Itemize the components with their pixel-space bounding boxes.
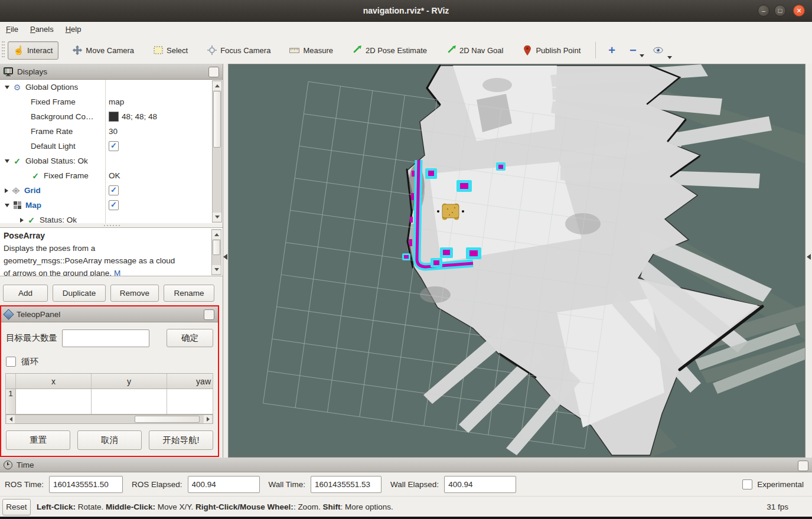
tool-focus-camera[interactable]: Focus Camera — [201, 42, 276, 59]
teleop-panel-header[interactable]: TeleopPanel — [1, 306, 218, 322]
confirm-button[interactable]: 确定 — [167, 329, 213, 347]
collapse-icon[interactable] — [5, 204, 9, 207]
scroll-down-button[interactable] — [212, 265, 221, 274]
expand-icon[interactable] — [20, 218, 24, 223]
zoom-in-button[interactable]: + — [603, 42, 621, 58]
wall-time-value[interactable] — [311, 476, 381, 493]
scroll-up-button[interactable] — [213, 81, 221, 90]
toolbar: ☝ Interact Move Camera Select Focus Came… — [0, 37, 812, 64]
scrollbar-thumb[interactable] — [135, 416, 200, 423]
time-reset-button[interactable]: Reset — [2, 499, 31, 515]
splitter-collapse-right-icon[interactable] — [807, 254, 811, 260]
tree-row-default-light[interactable]: Default Light — [0, 139, 223, 154]
tree-row-frame-rate[interactable]: Frame Rate 30 — [0, 124, 223, 139]
scroll-right-button[interactable] — [204, 415, 212, 423]
scrollbar-thumb[interactable] — [213, 240, 220, 255]
toolbar-drag-handle[interactable] — [2, 41, 5, 59]
scroll-up-button[interactable] — [212, 230, 221, 239]
wall-elapsed-value[interactable] — [444, 476, 516, 493]
start-navigation-button[interactable]: 开始导航! — [149, 430, 213, 450]
tree-row-fixed-frame-status[interactable]: ✓Fixed Frame OK — [0, 168, 223, 183]
tool-interact[interactable]: ☝ Interact — [8, 41, 58, 60]
tree-row-map[interactable]: Map — [0, 198, 223, 213]
teleop-panel-title: TeleopPanel — [17, 310, 60, 319]
displays-panel-header[interactable]: Displays — [0, 64, 223, 80]
tree-row-background-color[interactable]: Background Co… 48; 48; 48 — [0, 109, 223, 124]
float-button[interactable] — [798, 461, 808, 471]
teleop-reset-button[interactable]: 重置 — [6, 430, 70, 450]
cell-y[interactable] — [92, 389, 167, 414]
chevron-down-icon[interactable] — [640, 54, 644, 57]
rename-button[interactable]: Rename — [164, 285, 214, 302]
tool-move-camera[interactable]: Move Camera — [67, 42, 139, 59]
maximize-button[interactable]: □ — [774, 5, 786, 17]
time-panel-header[interactable]: Time — [0, 458, 812, 472]
tool-2d-nav-goal[interactable]: 2D Nav Goal — [441, 42, 508, 59]
checkbox-checked[interactable] — [109, 141, 119, 151]
arrow-down-icon — [214, 268, 219, 271]
tool-publish-point[interactable]: Publish Point — [517, 42, 586, 59]
display-list-buttons: Add Duplicate Remove Rename — [0, 281, 223, 305]
displays-panel-title: Displays — [17, 67, 47, 76]
ros-elapsed-value[interactable] — [188, 476, 260, 493]
zoom-out-button[interactable]: − — [624, 42, 642, 58]
tree-scrollbar[interactable] — [212, 80, 222, 223]
scrollbar-thumb[interactable] — [213, 91, 221, 148]
tool-measure[interactable]: Measure — [284, 42, 338, 59]
remove-button[interactable]: Remove — [110, 285, 159, 302]
displays-tree[interactable]: ⚙Global Options Fixed Frame map Backgrou… — [0, 80, 223, 223]
checkbox-checked[interactable] — [109, 185, 119, 195]
collapse-icon[interactable] — [5, 159, 9, 163]
table-row[interactable]: 1 — [6, 389, 213, 414]
minimize-button[interactable]: – — [758, 5, 769, 17]
table-horizontal-scrollbar[interactable] — [5, 414, 213, 424]
ros-time-value[interactable] — [49, 476, 123, 493]
loop-checkbox[interactable] — [6, 357, 16, 367]
tree-row-grid[interactable]: Grid — [0, 183, 223, 198]
experimental-checkbox[interactable] — [742, 479, 752, 489]
ros-elapsed-label: ROS Elapsed: — [132, 480, 182, 489]
toolbar-separator — [595, 42, 596, 58]
scroll-left-button[interactable] — [6, 415, 15, 423]
add-button[interactable]: Add — [3, 285, 48, 302]
collapse-icon[interactable] — [5, 86, 9, 89]
cell-yaw[interactable] — [167, 389, 213, 414]
cell-x[interactable] — [16, 389, 92, 414]
panel-splitter[interactable] — [0, 223, 223, 227]
tree-row-map-status[interactable]: ✓Status: Ok — [0, 213, 223, 223]
checkbox-checked[interactable] — [109, 200, 119, 210]
splitter-collapse-left-icon[interactable] — [223, 254, 227, 260]
3d-viewport[interactable] — [228, 64, 806, 458]
column-header-y[interactable]: y — [92, 374, 167, 389]
mouse-help-text: Left-Click: Rotate. Middle-Click: Move X… — [37, 502, 393, 511]
menu-help[interactable]: Help — [60, 25, 87, 34]
close-button[interactable]: ✕ — [793, 5, 805, 17]
selection-box-icon — [153, 45, 163, 56]
tree-row-global-options[interactable]: ⚙Global Options — [0, 80, 223, 94]
description-scrollbar[interactable] — [211, 229, 221, 275]
tool-select[interactable]: Select — [148, 42, 193, 59]
teleop-cancel-button[interactable]: 取消 — [77, 430, 142, 450]
column-header-x[interactable]: x — [16, 374, 92, 389]
tree-row-global-status[interactable]: ✓Global Status: Ok — [0, 154, 223, 168]
minimize-icon: – — [758, 5, 769, 16]
tree-row-fixed-frame[interactable]: Fixed Frame map — [0, 94, 223, 109]
float-button[interactable] — [208, 67, 219, 77]
max-goal-input[interactable] — [62, 329, 149, 347]
scroll-down-button[interactable] — [213, 213, 221, 221]
float-button[interactable] — [204, 309, 214, 320]
wall-elapsed-label: Wall Elapsed: — [390, 480, 439, 489]
duplicate-button[interactable]: Duplicate — [53, 285, 106, 302]
menu-file[interactable]: File — [0, 25, 24, 34]
focus-crosshair-icon — [207, 45, 217, 56]
menu-panels[interactable]: Panels — [24, 25, 60, 34]
column-header-yaw[interactable]: yaw — [167, 374, 213, 389]
chevron-down-icon[interactable] — [667, 56, 672, 59]
goal-table[interactable]: x y yaw 1 — [5, 373, 213, 414]
expand-icon[interactable] — [5, 188, 8, 193]
view-options-button[interactable] — [648, 42, 668, 59]
display-description: PoseArray Displays the poses from a geom… — [0, 227, 223, 276]
tool-2d-pose-estimate[interactable]: 2D Pose Estimate — [347, 42, 432, 59]
more-link[interactable]: M — [114, 269, 120, 276]
description-title: PoseArray — [4, 231, 45, 240]
